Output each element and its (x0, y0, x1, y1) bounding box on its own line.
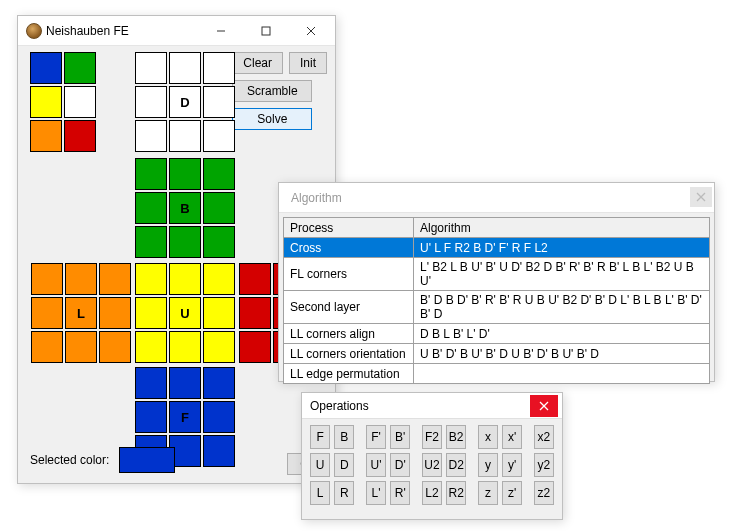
cell-B-0[interactable] (135, 158, 167, 190)
op-rp-button[interactable]: R' (390, 481, 410, 505)
table-row[interactable]: FL cornersL' B2 L B U' B' U D' B2 D B' R… (284, 258, 710, 291)
cell-D-8[interactable] (203, 120, 235, 152)
face-label-L[interactable]: L (65, 297, 97, 329)
table-row[interactable]: Second layerB' D B D' B' R' B' R U B U' … (284, 291, 710, 324)
cell-D-2[interactable] (203, 52, 235, 84)
op-r-button[interactable]: R (334, 481, 354, 505)
palette-or[interactable] (30, 120, 62, 152)
op-y2-button[interactable]: y2 (534, 453, 554, 477)
op-yp-button[interactable]: y' (502, 453, 522, 477)
face-label-D[interactable]: D (169, 86, 201, 118)
cell-D-0[interactable] (135, 52, 167, 84)
minimize-button[interactable] (198, 17, 243, 45)
cell-F-3[interactable] (135, 401, 167, 433)
cell-U-1[interactable] (169, 263, 201, 295)
selected-color-swatch[interactable] (119, 447, 175, 473)
cell-F-1[interactable] (169, 367, 201, 399)
op-l2-button[interactable]: L2 (422, 481, 442, 505)
cell-U-7[interactable] (169, 331, 201, 363)
cell-B-2[interactable] (203, 158, 235, 190)
cell-L-3[interactable] (31, 297, 63, 329)
palette-gr[interactable] (64, 52, 96, 84)
cell-R-0[interactable] (239, 263, 271, 295)
color-palette (30, 52, 96, 152)
solve-button[interactable]: Solve (232, 108, 312, 130)
op-d2-button[interactable]: D2 (446, 453, 466, 477)
cell-B-7[interactable] (169, 226, 201, 258)
op-y-button[interactable]: y (478, 453, 498, 477)
cell-L-0[interactable] (31, 263, 63, 295)
close-button[interactable] (288, 17, 333, 45)
palette-rd[interactable] (64, 120, 96, 152)
op-z2-button[interactable]: z2 (534, 481, 554, 505)
cell-L-1[interactable] (65, 263, 97, 295)
cell-D-3[interactable] (135, 86, 167, 118)
maximize-button[interactable] (243, 17, 288, 45)
op-r2-button[interactable]: R2 (446, 481, 466, 505)
scramble-button[interactable]: Scramble (232, 80, 312, 102)
cell-D-7[interactable] (169, 120, 201, 152)
table-row[interactable]: LL edge permutation (284, 364, 710, 384)
cell-R-6[interactable] (239, 331, 271, 363)
op-fp-button[interactable]: F' (366, 425, 386, 449)
cell-U-0[interactable] (135, 263, 167, 295)
cell-F-2[interactable] (203, 367, 235, 399)
op-dp-button[interactable]: D' (390, 453, 410, 477)
cell-R-3[interactable] (239, 297, 271, 329)
cell-D-6[interactable] (135, 120, 167, 152)
cell-D-5[interactable] (203, 86, 235, 118)
op-f2-button[interactable]: F2 (422, 425, 442, 449)
op-f-button[interactable]: F (310, 425, 330, 449)
face-label-U[interactable]: U (169, 297, 201, 329)
cell-D-1[interactable] (169, 52, 201, 84)
cell-B-6[interactable] (135, 226, 167, 258)
cell-U-8[interactable] (203, 331, 235, 363)
op-b2-button[interactable]: B2 (446, 425, 466, 449)
table-row[interactable]: LL corners orientationU B' D' B U' B' D … (284, 344, 710, 364)
op-lp-button[interactable]: L' (366, 481, 386, 505)
op-u2-button[interactable]: U2 (422, 453, 442, 477)
cell-U-2[interactable] (203, 263, 235, 295)
op-xp-button[interactable]: x' (502, 425, 522, 449)
op-zp-button[interactable]: z' (502, 481, 522, 505)
face-label-B[interactable]: B (169, 192, 201, 224)
cell-F-0[interactable] (135, 367, 167, 399)
palette-ye[interactable] (30, 86, 62, 118)
op-x2-button[interactable]: x2 (534, 425, 554, 449)
cell-U-5[interactable] (203, 297, 235, 329)
cell-B-1[interactable] (169, 158, 201, 190)
ops-row: UDU'D'U2D2yy'y2 (310, 453, 554, 477)
col-algorithm[interactable]: Algorithm (414, 218, 710, 238)
palette-wh[interactable] (64, 86, 96, 118)
op-b-button[interactable]: B (334, 425, 354, 449)
operations-close-button[interactable] (530, 395, 558, 417)
cell-L-5[interactable] (99, 297, 131, 329)
op-z-button[interactable]: z (478, 481, 498, 505)
face-label-F[interactable]: F (169, 401, 201, 433)
palette-bl[interactable] (30, 52, 62, 84)
clear-button[interactable]: Clear (232, 52, 283, 74)
init-button[interactable]: Init (289, 52, 327, 74)
cell-L-2[interactable] (99, 263, 131, 295)
cell-L-8[interactable] (99, 331, 131, 363)
op-up-button[interactable]: U' (366, 453, 386, 477)
op-bp-button[interactable]: B' (390, 425, 410, 449)
cell-B-3[interactable] (135, 192, 167, 224)
cell-L-6[interactable] (31, 331, 63, 363)
cell-L-7[interactable] (65, 331, 97, 363)
table-row[interactable]: CrossU' L F R2 B D' F' R F L2 (284, 238, 710, 258)
op-u-button[interactable]: U (310, 453, 330, 477)
table-row[interactable]: LL corners alignD B L B' L' D' (284, 324, 710, 344)
col-process[interactable]: Process (284, 218, 414, 238)
op-x-button[interactable]: x (478, 425, 498, 449)
algorithm-cell: B' D B D' B' R' B' R U B U' B2 D' B' D L… (414, 291, 710, 324)
cell-F-5[interactable] (203, 401, 235, 433)
algorithm-close-button[interactable] (690, 187, 712, 207)
cell-F-8[interactable] (203, 435, 235, 467)
op-l-button[interactable]: L (310, 481, 330, 505)
cell-U-6[interactable] (135, 331, 167, 363)
cell-B-5[interactable] (203, 192, 235, 224)
cell-U-3[interactable] (135, 297, 167, 329)
cell-B-8[interactable] (203, 226, 235, 258)
op-d-button[interactable]: D (334, 453, 354, 477)
